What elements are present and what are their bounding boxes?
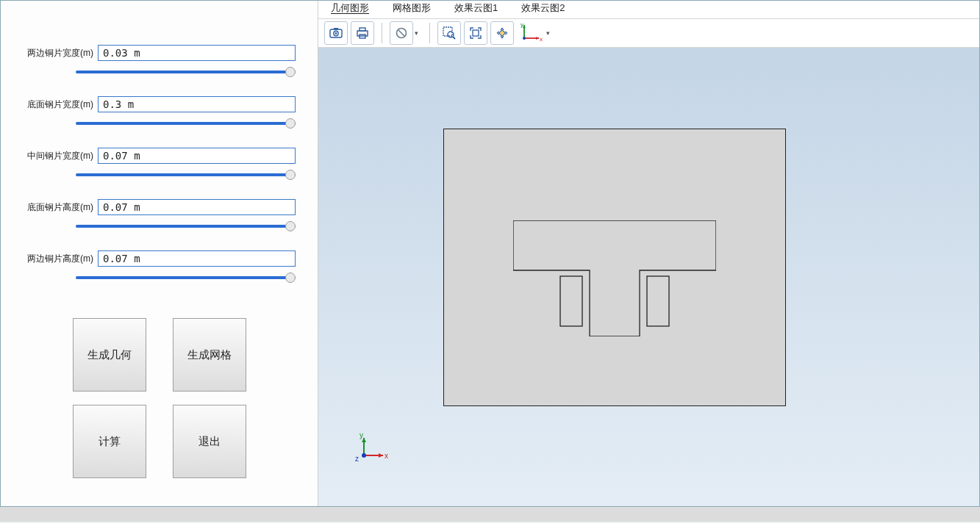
axis-x-label: x [385, 452, 388, 460]
axes-icon[interactable]: x y [517, 21, 545, 45]
print-icon[interactable] [351, 21, 374, 45]
svg-line-8 [398, 30, 404, 36]
svg-rect-13 [499, 30, 505, 36]
param-label: 底面钢片宽度(m) [23, 98, 98, 111]
slider-wrap [76, 65, 296, 76]
param-input-copper-side-width[interactable] [98, 45, 296, 61]
svg-point-2 [335, 32, 337, 35]
viewport[interactable]: x y z [318, 48, 979, 506]
axis-z-label: z [355, 455, 359, 463]
param-input-copper-side-height[interactable] [98, 250, 296, 267]
svg-marker-24 [379, 453, 383, 458]
param-slider-copper-side-width[interactable] [76, 71, 296, 73]
geometry-model [443, 129, 786, 406]
param-input-steel-bottom-width[interactable] [98, 96, 296, 112]
svg-point-10 [448, 32, 454, 37]
tab-cloud1[interactable]: 效果云图1 [448, 0, 504, 18]
param-row-3: 底面钢片高度(m) [23, 199, 296, 215]
zoom-box-icon[interactable] [437, 21, 461, 45]
reset-icon[interactable] [390, 21, 413, 45]
chevron-down-icon[interactable]: ▾ [415, 29, 422, 37]
svg-line-11 [453, 37, 455, 39]
param-row-0: 两边铜片宽度(m) [23, 45, 296, 61]
svg-rect-3 [334, 28, 338, 30]
svg-rect-21 [560, 276, 582, 326]
param-label: 两边铜片宽度(m) [23, 47, 98, 59]
param-input-steel-mid-width[interactable] [98, 148, 296, 164]
param-input-steel-bottom-height[interactable] [98, 199, 296, 215]
generate-mesh-button[interactable]: 生成网格 [173, 318, 246, 392]
param-label: 中间钢片宽度(m) [23, 150, 98, 162]
generate-geometry-button[interactable]: 生成几何 [73, 318, 146, 392]
slider-wrap [76, 117, 296, 127]
tab-mesh[interactable]: 网格图形 [386, 0, 437, 18]
param-label: 两边铜片高度(m) [23, 253, 98, 265]
app-window: 两边铜片宽度(m) 底面钢片宽度(m) 中间钢片宽度(m) 底面钢片高度(m) [0, 0, 980, 507]
calculate-button[interactable]: 计算 [73, 405, 146, 478]
svg-marker-15 [536, 37, 539, 40]
viewport-axes-indicator: x y z [354, 433, 390, 468]
fit-extents-icon[interactable] [464, 21, 487, 45]
exit-button[interactable]: 退出 [173, 405, 246, 478]
param-slider-steel-bottom-width[interactable] [76, 122, 296, 125]
action-buttons: 生成几何 生成网格 计算 退出 [73, 318, 296, 478]
param-row-4: 两边铜片高度(m) [23, 250, 296, 267]
chevron-down-icon[interactable]: ▾ [546, 29, 554, 37]
slider-wrap [76, 220, 296, 230]
svg-text:y: y [521, 22, 523, 28]
slider-wrap [76, 271, 296, 281]
rotate-icon[interactable] [490, 21, 514, 45]
tab-geometry[interactable]: 几何图形 [324, 0, 376, 18]
toolbar-separator [429, 23, 430, 43]
viewport-toolbar: ▾ [318, 18, 979, 48]
param-label: 底面钢片高度(m) [23, 201, 98, 214]
param-row-2: 中间钢片宽度(m) [23, 148, 296, 164]
parameters-panel: 两边铜片宽度(m) 底面钢片宽度(m) 中间钢片宽度(m) 底面钢片高度(m) [1, 1, 318, 506]
svg-rect-4 [357, 31, 368, 36]
param-slider-copper-side-height[interactable] [76, 276, 296, 279]
svg-rect-12 [473, 30, 479, 36]
svg-point-18 [523, 37, 526, 40]
toolbar-separator [382, 23, 382, 43]
viewport-panel: 几何图形 网格图形 效果云图1 效果云图2 [318, 1, 979, 506]
geometry-t-piece [513, 220, 716, 336]
param-slider-steel-mid-width[interactable] [76, 173, 296, 176]
slider-wrap [76, 168, 296, 178]
bottom-strip [0, 507, 980, 522]
param-row-1: 底面钢片宽度(m) [23, 96, 296, 112]
screenshot-icon[interactable] [324, 21, 348, 45]
svg-rect-5 [360, 28, 365, 31]
svg-point-27 [362, 453, 366, 458]
geometry-outer-rect [443, 129, 786, 406]
axis-y-label: y [360, 433, 363, 439]
param-slider-steel-bottom-height[interactable] [76, 225, 296, 228]
tab-cloud2[interactable]: 效果云图2 [515, 0, 571, 18]
svg-text:x: x [540, 36, 543, 43]
svg-rect-22 [647, 276, 669, 326]
tabbar: 几何图形 网格图形 效果云图1 效果云图2 [318, 1, 979, 18]
